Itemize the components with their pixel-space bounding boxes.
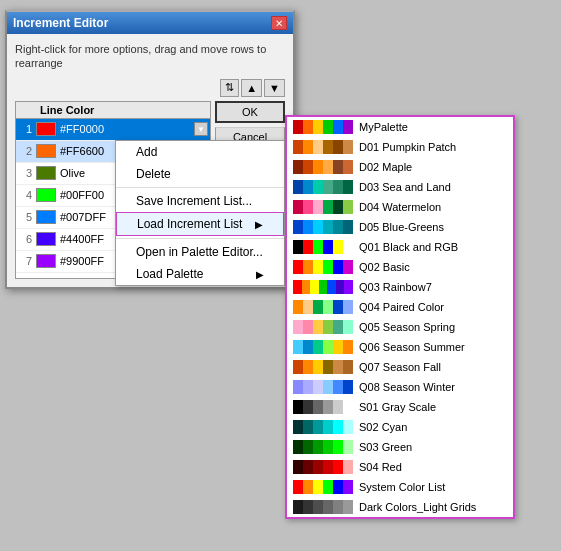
color-swatch-7 xyxy=(36,254,56,268)
submenu: MyPaletteD01 Pumpkin PatchD02 MapleD03 S… xyxy=(285,115,515,519)
submenu-item[interactable]: D03 Sea and Land xyxy=(287,177,513,197)
submenu-item[interactable]: S03 Green xyxy=(287,437,513,457)
submenu-item[interactable]: D02 Maple xyxy=(287,157,513,177)
instruction-text: Right-click for more options, drag and m… xyxy=(15,42,285,71)
toolbar-row: ⇅ ▲ ▼ xyxy=(15,79,285,97)
submenu-item[interactable]: D04 Watermelon xyxy=(287,197,513,217)
table-header: Line Color xyxy=(16,102,210,119)
sort-button[interactable]: ⇅ xyxy=(220,79,239,97)
context-item-load[interactable]: Load Increment List ▶ xyxy=(116,212,284,236)
color-swatch-1 xyxy=(36,122,56,136)
menu-separator-1 xyxy=(116,187,284,188)
submenu-item[interactable]: Q04 Paired Color xyxy=(287,297,513,317)
color-swatch-6 xyxy=(36,232,56,246)
context-item-load-palette[interactable]: Load Palette ▶ xyxy=(116,263,284,285)
submenu-item[interactable]: Q07 Season Fall xyxy=(287,357,513,377)
submenu-arrow-icon: ▶ xyxy=(255,219,263,230)
submenu-item[interactable]: Q06 Season Summer xyxy=(287,337,513,357)
close-button[interactable]: ✕ xyxy=(271,16,287,30)
table-row[interactable]: 1 #FF0000 ▼ xyxy=(16,119,210,141)
submenu-item[interactable]: MyPalette xyxy=(287,117,513,137)
color-swatch-3 xyxy=(36,166,56,180)
window-title: Increment Editor xyxy=(13,16,108,30)
context-menu: Add Delete Save Increment List... Load I… xyxy=(115,140,285,286)
submenu-item[interactable]: Q02 Basic xyxy=(287,257,513,277)
color-swatch-4 xyxy=(36,188,56,202)
context-item-add[interactable]: Add xyxy=(116,141,284,163)
menu-separator-2 xyxy=(116,238,284,239)
submenu-item[interactable]: S01 Gray Scale xyxy=(287,397,513,417)
color-dropdown-1[interactable]: ▼ xyxy=(194,122,208,136)
submenu-item[interactable]: Q03 Rainbow7 xyxy=(287,277,513,297)
context-item-save[interactable]: Save Increment List... xyxy=(116,190,284,212)
submenu-item[interactable]: S04 Red xyxy=(287,457,513,477)
context-item-delete[interactable]: Delete xyxy=(116,163,284,185)
submenu-item[interactable]: System Color List xyxy=(287,477,513,497)
title-bar: Increment Editor ✕ xyxy=(7,12,293,34)
color-swatch-2 xyxy=(36,144,56,158)
up-arrow-button[interactable]: ▲ xyxy=(241,79,262,97)
submenu-item[interactable]: S02 Cyan xyxy=(287,417,513,437)
color-text-1: #FF0000 xyxy=(60,123,190,135)
submenu-item[interactable]: Dark Colors_Light Grids xyxy=(287,497,513,517)
submenu-item[interactable]: Q08 Season Winter xyxy=(287,377,513,397)
line-color-header: Line Color xyxy=(40,104,206,116)
submenu-item[interactable]: Q05 Season Spring xyxy=(287,317,513,337)
down-arrow-button[interactable]: ▼ xyxy=(264,79,285,97)
context-item-open-palette[interactable]: Open in Palette Editor... xyxy=(116,241,284,263)
submenu-arrow-2-icon: ▶ xyxy=(256,269,264,280)
submenu-item[interactable]: Q01 Black and RGB xyxy=(287,237,513,257)
submenu-item[interactable]: D01 Pumpkin Patch xyxy=(287,137,513,157)
ok-button[interactable]: OK xyxy=(215,101,285,123)
submenu-item[interactable]: D05 Blue-Greens xyxy=(287,217,513,237)
color-swatch-5 xyxy=(36,210,56,224)
